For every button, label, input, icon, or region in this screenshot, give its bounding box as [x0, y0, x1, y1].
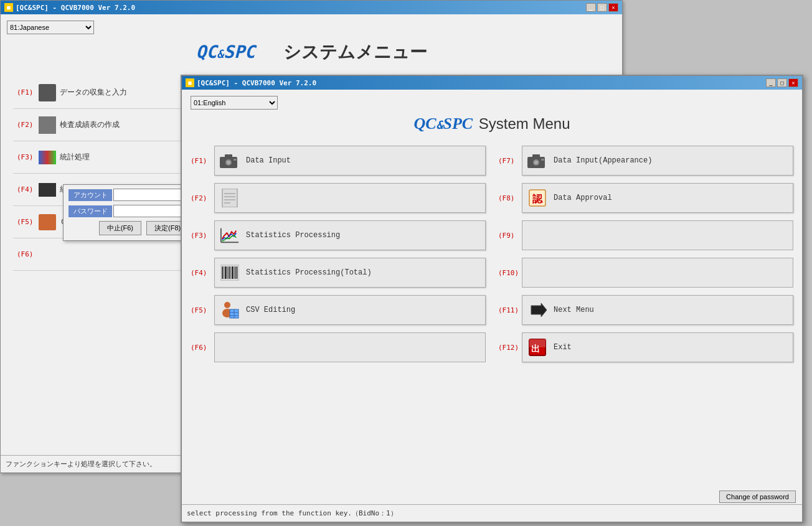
btn-label-f7: Data Input(Appearance) — [554, 156, 652, 165]
main-title-text: System Menu — [479, 115, 570, 132]
bg-minimize-btn[interactable]: _ — [586, 3, 596, 12]
main-title-qc: QC — [413, 115, 436, 133]
bg-label-f2: 検査成績表の作成 — [60, 120, 120, 130]
bg-system-title: QC&SPC システムメニュー — [7, 40, 616, 64]
menu-item-f5: (F5) — [191, 294, 486, 326]
menu-item-f6: (F6) — [191, 331, 486, 364]
key-f12: (F12) — [498, 344, 522, 352]
menu-item-f3: (F3) Statistics Pro — [191, 219, 486, 251]
key-f4: (F4) — [191, 269, 214, 277]
bg-close-btn[interactable]: ✕ — [608, 3, 618, 12]
bg-key-f1: (F1) — [17, 88, 39, 96]
svg-rect-1 — [225, 154, 232, 158]
svg-rect-17 — [229, 266, 230, 279]
key-f1: (F1) — [191, 157, 214, 165]
main-titlebar-controls: _ □ ✕ — [766, 78, 798, 87]
svg-point-23 — [224, 302, 230, 308]
key-f3: (F3) — [191, 232, 214, 240]
camera-icon-f1 — [220, 151, 240, 171]
menu-item-f2: (F2) — [191, 182, 486, 214]
key-f10: (F10) — [498, 269, 522, 277]
change-password-btn[interactable]: Change of password — [719, 491, 796, 503]
menu-btn-f5[interactable]: CSV Editing — [214, 295, 486, 325]
svg-rect-14 — [224, 266, 224, 279]
bg-key-f4: (F4) — [17, 186, 39, 194]
svg-text:認: 認 — [532, 193, 543, 205]
svg-rect-20 — [234, 266, 235, 279]
bg-window-icon: ■ — [4, 3, 13, 12]
key-f6: (F6) — [191, 344, 214, 352]
bg-icon-f2 — [39, 116, 56, 134]
key-f9: (F9) — [498, 232, 522, 240]
svg-rect-15 — [225, 266, 227, 279]
svg-rect-33 — [541, 159, 544, 161]
menu-item-f8: (F8) 認 Data Approval — [498, 182, 793, 214]
key-f5: (F5) — [191, 306, 214, 314]
camera-icon-f7 — [527, 151, 547, 171]
main-status-bar: select processing from the function key.… — [182, 504, 802, 522]
main-titlebar: ■ [QC&SPC] - QCVB7000 Ver 7.2.0 _ □ ✕ — [182, 76, 802, 90]
btn-label-f3: Statistics Processing — [246, 231, 340, 240]
svg-rect-30 — [532, 154, 540, 158]
bg-key-f5: (F5) — [17, 218, 39, 226]
document-icon-f2 — [220, 188, 240, 208]
svg-point-32 — [534, 161, 538, 164]
bg-icon-f5 — [39, 214, 56, 230]
btn-label-f11: Next Menu — [554, 306, 594, 314]
arrow-icon-f11 — [527, 300, 547, 320]
key-f7: (F7) — [498, 157, 522, 165]
bg-key-f6: (F6) — [17, 250, 39, 258]
main-content: 81:Japanese 01:English QC&SPC System Men… — [182, 90, 802, 375]
menu-item-f9: (F9) — [498, 219, 793, 251]
bg-titlebar-controls: _ □ ✕ — [586, 3, 618, 12]
bg-maximize-btn[interactable]: □ — [597, 3, 607, 12]
svg-point-3 — [227, 161, 230, 164]
main-lang-select[interactable]: 81:Japanese 01:English — [191, 96, 278, 110]
svg-marker-36 — [531, 303, 547, 317]
main-minimize-btn[interactable]: _ — [766, 78, 776, 87]
svg-rect-19 — [232, 266, 234, 279]
approval-icon-f8: 認 — [527, 188, 547, 208]
menu-btn-f7[interactable]: Data Input(Appearance) — [522, 146, 793, 176]
menu-item-f1: (F1) Data Input — [191, 144, 486, 177]
menu-btn-f6-empty[interactable] — [214, 332, 486, 362]
bg-lang-select[interactable]: 81:Japanese 01:English — [7, 21, 94, 34]
menu-btn-f3[interactable]: Statistics Processing — [214, 220, 486, 250]
svg-rect-21 — [235, 266, 237, 279]
bg-key-f3: (F3) — [17, 153, 39, 161]
menu-btn-f4[interactable]: Statistics Processing(Total) — [214, 258, 486, 288]
main-maximize-btn[interactable]: □ — [777, 78, 787, 87]
menu-left-column: (F1) Data Input — [191, 144, 486, 369]
menu-btn-f1[interactable]: Data Input — [214, 146, 486, 176]
login-cancel-btn[interactable]: 中止(F6) — [99, 221, 141, 235]
main-close-btn[interactable]: ✕ — [788, 78, 798, 87]
btn-label-f8: Data Approval — [554, 194, 612, 202]
main-window-title: [QC&SPC] - QCVB7000 Ver 7.2.0 — [197, 79, 316, 87]
key-f2: (F2) — [191, 194, 214, 202]
bg-icon-f4 — [39, 183, 56, 197]
menu-btn-f11[interactable]: Next Menu — [522, 295, 793, 325]
menu-btn-f12[interactable]: 出 Exit — [522, 332, 793, 362]
menu-btn-f9-empty[interactable] — [522, 220, 793, 250]
menu-item-f11: (F11) Next Menu — [498, 294, 793, 326]
main-english-window: ■ [QC&SPC] - QCVB7000 Ver 7.2.0 _ □ ✕ 81… — [181, 75, 803, 523]
menu-item-f10: (F10) — [498, 256, 793, 289]
btn-label-f12: Exit — [554, 343, 572, 352]
btn-label-f4: Statistics Processing(Total) — [246, 268, 372, 277]
menu-btn-f8[interactable]: 認 Data Approval — [522, 183, 793, 213]
login-account-label: アカウント — [68, 189, 112, 201]
menu-item-f4: (F4) — [191, 256, 486, 289]
svg-rect-5 — [222, 189, 237, 207]
menu-right-column: (F7) Data Input(Appearance) — [498, 144, 793, 369]
svg-rect-4 — [234, 159, 237, 161]
bg-key-f2: (F2) — [17, 121, 39, 129]
exit-icon-f12: 出 — [527, 337, 547, 357]
menu-btn-f2[interactable] — [214, 183, 486, 213]
bg-icon-f1 — [39, 84, 56, 101]
bg-title-amp: & — [217, 47, 224, 60]
main-lang-dropdown-container: 81:Japanese 01:English — [191, 96, 793, 110]
key-f8: (F8) — [498, 194, 522, 202]
svg-rect-13 — [222, 266, 223, 279]
btn-label-f5: CSV Editing — [246, 306, 295, 314]
menu-btn-f10-empty[interactable] — [522, 258, 793, 288]
